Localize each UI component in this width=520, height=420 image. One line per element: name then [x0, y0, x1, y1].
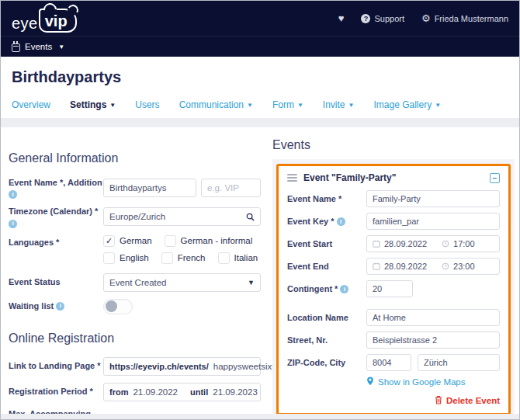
tab-overview[interactable]: Overview	[12, 99, 50, 110]
tab-invite[interactable]: Invite▼	[323, 99, 355, 110]
bottom-band	[1, 414, 519, 419]
tab-communication[interactable]: Communication▼	[179, 99, 253, 110]
max-accompanying-label: Max. Accompanying Person(s) / Invited Gu…	[9, 408, 103, 414]
event-key-row: Event Key *i familien_par	[287, 213, 500, 230]
title-band: Birthdaypartys Overview Settings▼ Users …	[1, 57, 519, 118]
clock-icon	[442, 240, 449, 248]
event-status-label: Event Status	[9, 276, 103, 287]
event-name-input[interactable]: Birthdaypartys	[103, 179, 196, 197]
collapse-button[interactable]: −	[490, 173, 500, 183]
checkbox-italian[interactable]: Italian	[218, 252, 258, 264]
divider-band	[1, 118, 519, 127]
logo-cloud-icon: vip	[39, 9, 77, 33]
delete-event-button[interactable]: Delete Event	[435, 395, 500, 406]
main-nav: Events ▼	[1, 36, 519, 57]
event-status-row: Event Status Event Created ▼	[9, 273, 262, 292]
checkbox-german-informal[interactable]: German - informal	[165, 235, 253, 247]
event-end-row: Event End 28.09.2022 23:00	[287, 258, 500, 275]
event-key-label: Event Key *i	[287, 217, 366, 226]
checkbox-french[interactable]: French	[161, 252, 206, 264]
info-icon[interactable]: i	[56, 302, 64, 311]
landing-page-input[interactable]: https://eyevip.ch/events/ happysweetsixt…	[103, 357, 261, 376]
calendar-icon	[373, 262, 380, 270]
checkbox-checked-icon: ✓	[103, 235, 115, 247]
city-input[interactable]: Zürich	[418, 354, 500, 371]
drag-handle-icon[interactable]	[287, 174, 297, 182]
clock-icon	[442, 262, 449, 270]
chevron-down-icon: ▼	[348, 102, 355, 109]
zip-city-label: ZIP-Code, City	[287, 358, 366, 367]
events-heading: Events	[272, 138, 515, 152]
checkbox-english[interactable]: English	[103, 252, 149, 264]
event-end-label: Event End	[287, 262, 366, 271]
online-registration-heading: Online Registration	[9, 331, 262, 345]
main-content: General Information Event Name *, Additi…	[1, 127, 519, 414]
event-start-input[interactable]: 28.09.2022 17:00	[366, 235, 500, 252]
url-slug: happysweetsixty	[213, 362, 279, 371]
info-icon[interactable]: i	[9, 190, 17, 199]
support-label: Support	[374, 14, 404, 23]
checkbox-icon	[103, 252, 115, 264]
logo-text-eye: eye	[12, 15, 38, 33]
calendar-icon	[373, 240, 380, 248]
tab-image-gallery[interactable]: Image Gallery▼	[373, 99, 441, 110]
location-name-input[interactable]: At Home	[366, 309, 500, 326]
nav-events[interactable]: Events	[25, 42, 52, 51]
chevron-down-icon: ▼	[58, 43, 64, 50]
start-time[interactable]: 17:00	[453, 239, 475, 248]
contingent-input[interactable]: 20	[366, 280, 413, 297]
max-accompanying-row: Max. Accompanying Person(s) / Invited Gu…	[9, 408, 262, 414]
favorites-button[interactable]: ♥	[338, 12, 345, 24]
info-icon[interactable]: i	[9, 220, 17, 228]
support-button[interactable]: ? Support	[361, 14, 404, 23]
event-name-label: Event Name *, Additioni	[9, 177, 103, 199]
registration-period-row: Registration Period * from 21.09.2022 un…	[9, 383, 262, 401]
chevron-down-icon: ▼	[247, 102, 253, 109]
event-name-row: Event Name *, Additioni Birthdaypartys e…	[9, 177, 262, 199]
end-date[interactable]: 28.09.2022	[384, 262, 427, 271]
show-in-google-maps-link[interactable]: Show in Google Maps	[366, 377, 500, 387]
tab-settings[interactable]: Settings▼	[70, 99, 116, 110]
from-date[interactable]: 21.09.2022	[133, 387, 178, 397]
event-end-input[interactable]: 28.09.2022 23:00	[366, 258, 500, 275]
languages-row: Languages * ✓German German - informal En…	[9, 235, 262, 264]
page-title: Birthdaypartys	[12, 68, 508, 86]
gear-icon: ⚙	[421, 12, 431, 24]
map-pin-icon	[366, 377, 374, 387]
event-key-input[interactable]: familien_par	[366, 213, 500, 230]
info-icon[interactable]: i	[340, 285, 348, 293]
checkbox-german[interactable]: ✓German	[103, 235, 152, 247]
event-name-row: Event Name * Family-Party	[287, 190, 500, 207]
until-date[interactable]: 21.09.2023	[213, 387, 258, 397]
event-panel-title: Event "Family-Party"	[303, 172, 396, 183]
event-status-select[interactable]: Event Created ▼	[103, 273, 261, 292]
search-icon[interactable]	[246, 213, 255, 221]
chevron-down-icon: ▼	[109, 102, 116, 109]
street-row: Street, Nr. Beispielstrasse 2	[287, 331, 500, 349]
end-time[interactable]: 23:00	[453, 262, 475, 271]
heart-icon: ♥	[338, 12, 345, 24]
event-start-row: Event Start 28.09.2022 17:00	[287, 235, 500, 252]
event-name-label: Event Name *	[287, 194, 366, 203]
checkbox-icon	[218, 252, 230, 264]
waiting-list-toggle[interactable]	[103, 299, 133, 314]
street-input[interactable]: Beispielstrasse 2	[366, 331, 500, 349]
tab-form[interactable]: Form▼	[272, 99, 303, 110]
street-label: Street, Nr.	[287, 335, 366, 345]
tab-users[interactable]: Users	[135, 99, 159, 110]
user-menu[interactable]: ⚙ Frieda Mustermann	[421, 12, 508, 24]
eyevip-logo[interactable]: eyevip	[12, 9, 77, 33]
event-name-input[interactable]: Family-Party	[366, 190, 500, 207]
registration-period-input[interactable]: from 21.09.2022 until 21.09.2023	[103, 383, 261, 401]
event-name-addition-input[interactable]: e.g. VIP	[201, 179, 261, 197]
zip-input[interactable]: 8004	[366, 354, 411, 371]
location-name-row: Location Name At Home	[287, 309, 500, 326]
info-icon[interactable]: i	[337, 217, 345, 226]
tab-bar: Overview Settings▼ Users Communication▼ …	[12, 99, 508, 110]
top-bar: eyevip ♥ ? Support ⚙ Frieda Mustermann	[1, 1, 519, 36]
waiting-list-row: Waiting listi	[9, 299, 262, 314]
waiting-list-label: Waiting listi	[9, 300, 103, 311]
start-date[interactable]: 28.09.2022	[384, 239, 427, 248]
languages-label: Languages *	[9, 237, 103, 248]
timezone-input[interactable]: Europe/Zurich	[103, 207, 261, 226]
